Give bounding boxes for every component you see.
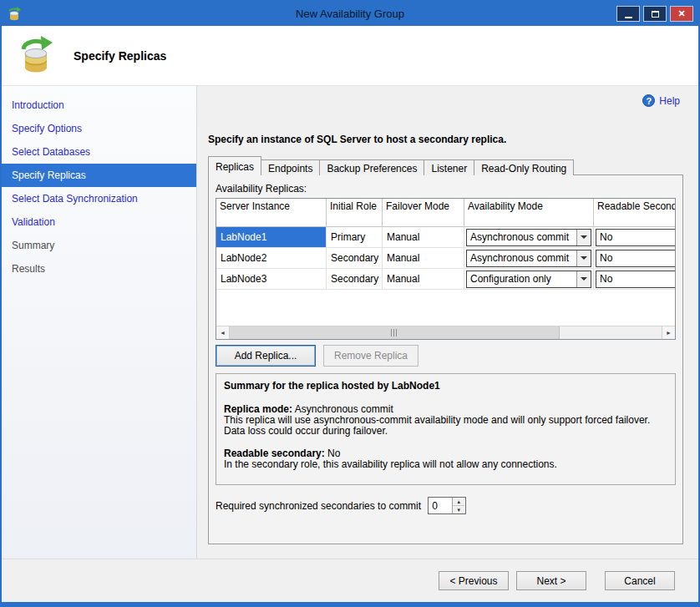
sidebar-item-select-data-synchronization[interactable]: Select Data Synchronization: [2, 187, 196, 210]
app-icon: [7, 7, 22, 22]
cell-readable-secondary: No: [594, 227, 675, 248]
dropdown-value: Asynchronous commit: [467, 252, 576, 264]
column-header-failover-mode[interactable]: Failover Mode: [383, 199, 464, 227]
commit-count-spinner: ▲ ▼: [428, 497, 466, 514]
wizard-content: ? Help Specify an instance of SQL Server…: [197, 86, 698, 559]
cell-availability-mode: Asynchronous commit: [464, 227, 594, 248]
dropdown-value: No: [596, 273, 675, 285]
cell-server-instance: LabNode3: [216, 269, 327, 290]
column-header-availability-mode[interactable]: Availability Mode: [464, 199, 594, 227]
dialog-window: New Availability Group ✕ Specify Replica…: [0, 0, 700, 607]
dropdown-value: Configuration only: [467, 273, 576, 285]
tab-replicas[interactable]: Replicas: [208, 156, 261, 175]
window-title: New Availability Group: [2, 8, 698, 20]
spin-up-button[interactable]: ▲: [453, 498, 464, 506]
grid-header-row: Server Instance Initial Role Failover Mo…: [216, 199, 675, 227]
availability-mode-dropdown[interactable]: Asynchronous commit: [466, 250, 591, 267]
commit-setting-label: Required synchronized secondaries to com…: [216, 500, 421, 512]
replica-mode-value: Asynchronous commit: [292, 403, 393, 415]
help-link[interactable]: ? Help: [642, 94, 680, 107]
tab-backup-preferences[interactable]: Backup Preferences: [319, 159, 424, 175]
remove-replica-button: Remove Replica: [323, 345, 418, 367]
replica-summary-box: Summary for the replica hosted by LabNod…: [216, 373, 676, 485]
titlebar[interactable]: New Availability Group ✕: [2, 2, 698, 26]
help-icon: ?: [642, 94, 655, 107]
tab-endpoints[interactable]: Endpoints: [261, 159, 320, 175]
cell-initial-role: Secondary: [327, 269, 383, 290]
availability-mode-dropdown[interactable]: Configuration only: [466, 271, 591, 288]
cell-readable-secondary: No: [594, 269, 675, 290]
readable-secondary-label: Readable secondary:: [224, 448, 325, 459]
tab-strip: Replicas Endpoints Backup Preferences Li…: [208, 156, 573, 175]
replica-mode-description: This replica will use asynchronous-commi…: [224, 415, 667, 437]
dropdown-value: Asynchronous commit: [467, 231, 576, 243]
cell-failover-mode: Manual: [383, 227, 464, 248]
cancel-button[interactable]: Cancel: [605, 571, 675, 590]
spinner-arrows: ▲ ▼: [452, 498, 464, 513]
database-icon: [17, 35, 55, 77]
close-button[interactable]: ✕: [670, 6, 693, 22]
summary-title: Summary for the replica hosted by LabNod…: [224, 380, 667, 392]
scrollbar-thumb[interactable]: [230, 326, 560, 339]
sidebar-item-specify-options[interactable]: Specify Options: [2, 117, 196, 140]
sidebar-item-summary: Summary: [2, 234, 196, 257]
minimize-icon: [625, 17, 632, 18]
wizard-body: Introduction Specify Options Select Data…: [2, 86, 698, 559]
add-replica-button[interactable]: Add Replica...: [216, 345, 316, 367]
readable-secondary-dropdown[interactable]: No: [596, 271, 675, 288]
next-button[interactable]: Next >: [516, 571, 586, 590]
caption-buttons: ✕: [616, 6, 693, 22]
commit-setting-row: Required synchronized secondaries to com…: [216, 497, 466, 514]
sidebar-item-validation[interactable]: Validation: [2, 210, 196, 234]
table-row[interactable]: LabNode1 Primary Manual Asynchronous com…: [216, 227, 675, 248]
chevron-down-icon: [576, 271, 591, 287]
chevron-down-icon: [576, 230, 591, 245]
cell-failover-mode: Manual: [383, 269, 464, 290]
sidebar-item-results: Results: [2, 257, 196, 281]
replica-buttons: Add Replica... Remove Replica: [216, 345, 418, 367]
cell-availability-mode: Configuration only: [464, 269, 594, 290]
column-header-initial-role[interactable]: Initial Role: [327, 199, 383, 227]
instruction-text: Specify an instance of SQL Server to hos…: [208, 134, 506, 145]
table-row[interactable]: LabNode3 Secondary Manual Configuration …: [216, 269, 675, 290]
tab-read-only-routing[interactable]: Read-Only Routing: [474, 159, 574, 175]
replicas-tab-panel: Availability Replicas: Server Instance I…: [208, 175, 683, 544]
table-row[interactable]: LabNode2 Secondary Manual Asynchronous c…: [216, 248, 675, 269]
wizard-steps-sidebar: Introduction Specify Options Select Data…: [2, 86, 197, 559]
availability-mode-dropdown[interactable]: Asynchronous commit: [466, 229, 591, 246]
scroll-left-button[interactable]: ◄: [216, 326, 230, 339]
availability-replicas-label: Availability Replicas:: [216, 183, 307, 195]
cell-initial-role: Primary: [327, 227, 383, 248]
readable-secondary-dropdown[interactable]: No: [596, 229, 675, 246]
sidebar-item-specify-replicas[interactable]: Specify Replicas: [2, 164, 196, 187]
chevron-down-icon: [576, 250, 591, 266]
cell-readable-secondary: No: [594, 248, 675, 269]
sidebar-item-select-databases[interactable]: Select Databases: [2, 140, 196, 164]
cell-server-instance: LabNode2: [216, 248, 327, 269]
dropdown-value: No: [596, 231, 675, 243]
column-header-server-instance[interactable]: Server Instance: [216, 199, 327, 227]
horizontal-scrollbar[interactable]: ◄ ►: [216, 326, 675, 339]
commit-count-input[interactable]: [429, 498, 452, 513]
cell-availability-mode: Asynchronous commit: [464, 248, 594, 269]
help-label: Help: [659, 95, 680, 107]
dropdown-value: No: [596, 252, 675, 264]
replicas-grid: Server Instance Initial Role Failover Mo…: [216, 198, 676, 340]
maximize-icon: [652, 11, 659, 18]
readable-secondary-dropdown[interactable]: No: [596, 250, 675, 267]
readable-secondary-description: In the secondary role, this availability…: [224, 459, 667, 470]
spin-down-button[interactable]: ▼: [453, 506, 464, 513]
grid-viewport: Server Instance Initial Role Failover Mo…: [216, 199, 675, 326]
close-icon: ✕: [677, 9, 685, 18]
sidebar-item-introduction[interactable]: Introduction: [2, 94, 196, 117]
maximize-button[interactable]: [643, 6, 667, 22]
scroll-right-button[interactable]: ►: [662, 326, 675, 339]
tab-listener[interactable]: Listener: [424, 159, 474, 175]
previous-button[interactable]: < Previous: [439, 571, 509, 590]
cell-failover-mode: Manual: [383, 248, 464, 269]
minimize-button[interactable]: [616, 6, 640, 22]
scrollbar-gripper-icon: [391, 329, 398, 336]
column-header-readable-secondary[interactable]: Readable Secondary: [594, 199, 675, 227]
replica-mode-label: Replica mode:: [224, 403, 292, 415]
page-title: Specify Replicas: [74, 49, 166, 63]
